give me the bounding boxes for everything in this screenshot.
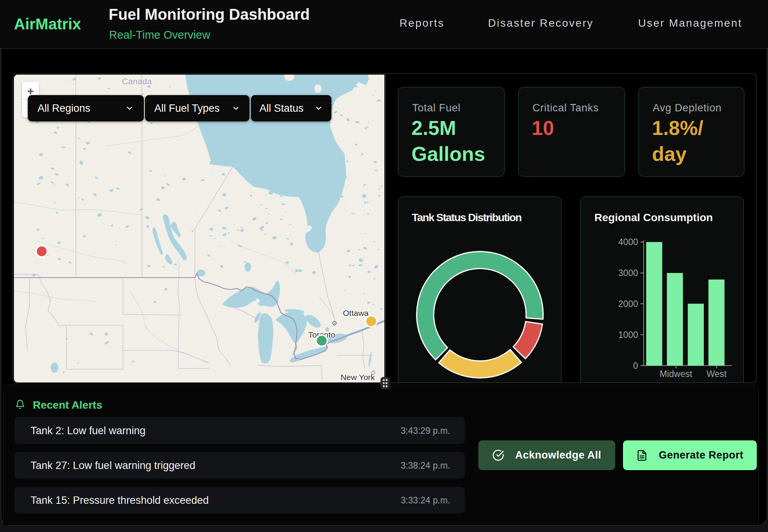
svg-text:2000: 2000 <box>618 299 638 309</box>
svg-text:New York: New York <box>341 373 375 382</box>
svg-text:Canada: Canada <box>122 77 152 86</box>
svg-text:Ottawa: Ottawa <box>343 309 369 317</box>
svg-text:Midwest: Midwest <box>660 369 693 379</box>
svg-text:West: West <box>707 369 727 379</box>
svg-text:4000: 4000 <box>618 237 638 247</box>
svg-text:0: 0 <box>633 361 638 371</box>
svg-text:3000: 3000 <box>618 268 638 278</box>
svg-text:1000: 1000 <box>618 330 638 340</box>
